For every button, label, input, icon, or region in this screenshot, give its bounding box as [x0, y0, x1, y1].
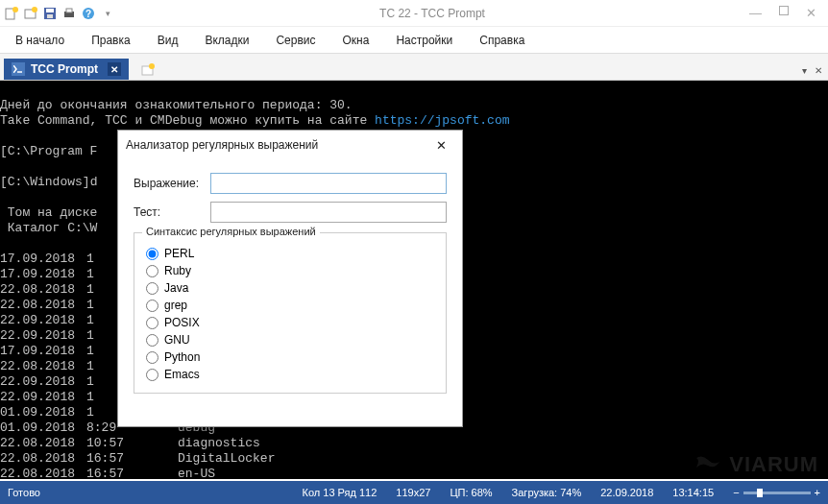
- window-title: TC 22 - TCC Prompt: [115, 7, 749, 20]
- syntax-radio[interactable]: [146, 334, 158, 347]
- syntax-option-emacs[interactable]: Emacs: [146, 368, 434, 381]
- zoom-out-icon[interactable]: −: [733, 487, 739, 498]
- terminal-line: Том на диске: [0, 205, 97, 220]
- terminal-typed: d: [90, 175, 98, 189]
- syntax-label: Ruby: [164, 264, 191, 277]
- status-date: 22.09.2018: [600, 487, 653, 498]
- watermark-text: VIARUM: [729, 452, 818, 477]
- syntax-radio[interactable]: [146, 248, 158, 260]
- menu-help[interactable]: Справка: [479, 34, 524, 47]
- syntax-option-perl[interactable]: PERL: [146, 247, 434, 260]
- tab-tcc-prompt[interactable]: TCC Prompt ✕: [4, 59, 129, 80]
- tab-close-button[interactable]: ✕: [108, 62, 121, 76]
- zoom-slider[interactable]: − +: [733, 487, 820, 498]
- syntax-option-java[interactable]: Java: [146, 281, 434, 295]
- new-window-icon[interactable]: [23, 6, 38, 21]
- svg-rect-6: [47, 14, 53, 18]
- syntax-label: POSIX: [164, 316, 200, 329]
- status-size: 119x27: [396, 487, 430, 498]
- syntax-label: PERL: [164, 247, 194, 260]
- syntax-option-ruby[interactable]: Ruby: [146, 264, 434, 277]
- expression-input[interactable]: [210, 173, 447, 194]
- terminal-url: https://jpsoft.com: [375, 113, 509, 128]
- syntax-label: GNU: [164, 333, 190, 347]
- syntax-radio[interactable]: [146, 351, 158, 364]
- status-load: Загрузка: 74%: [512, 487, 582, 498]
- prompt-icon: [12, 62, 25, 76]
- syntax-groupbox: Синтаксис регулярных выражений PERLRubyJ…: [134, 232, 447, 394]
- syntax-label: Java: [164, 281, 188, 295]
- tab-label: TCC Prompt: [31, 62, 98, 76]
- syntax-radio[interactable]: [146, 369, 158, 381]
- tab-dropdown-icon[interactable]: ▾: [802, 65, 807, 76]
- syntax-option-gnu[interactable]: GNU: [146, 333, 434, 347]
- new-file-icon[interactable]: [4, 6, 19, 21]
- menu-settings[interactable]: Настройки: [396, 34, 452, 47]
- terminal-prompt: [C:\Program F: [0, 144, 97, 158]
- help-icon[interactable]: ?: [81, 6, 96, 21]
- status-position: Кол 13 Ряд 112: [303, 487, 377, 498]
- statusbar: Готово Кол 13 Ряд 112 119x27 ЦП: 68% Заг…: [0, 481, 828, 504]
- syntax-option-posix[interactable]: POSIX: [146, 316, 434, 329]
- tab-strip: TCC Prompt ✕ ▾ ✕: [0, 54, 828, 81]
- test-label: Тест:: [134, 205, 210, 219]
- terminal-line: Дней до окончания ознакомительного перио…: [0, 98, 353, 112]
- qat-dropdown-icon[interactable]: ▾: [100, 6, 115, 21]
- save-icon[interactable]: [42, 6, 58, 21]
- syntax-label: grep: [164, 299, 187, 312]
- expression-label: Выражение:: [134, 177, 210, 190]
- svg-text:?: ?: [85, 9, 91, 19]
- menu-view[interactable]: Вид: [158, 34, 179, 47]
- file-row: 22.08.2018 10:57 diagnostics: [0, 436, 828, 451]
- status-time: 13:14:15: [672, 487, 714, 498]
- syntax-radio[interactable]: [146, 300, 158, 312]
- maximize-button[interactable]: [779, 6, 789, 15]
- window-controls: — ✕: [749, 6, 824, 20]
- menu-edit[interactable]: Правка: [91, 34, 131, 47]
- new-tab-button[interactable]: [140, 64, 156, 80]
- menu-windows[interactable]: Окна: [343, 34, 370, 47]
- menu-tabs[interactable]: Вкладки: [205, 34, 249, 47]
- close-button[interactable]: ✕: [806, 6, 816, 20]
- dialog-titlebar[interactable]: Анализатор регулярных выражений ✕: [118, 131, 462, 159]
- dialog-body: Выражение: Тест: Синтаксис регулярных вы…: [118, 159, 462, 399]
- syntax-label: Emacs: [164, 368, 200, 381]
- svg-rect-5: [46, 9, 54, 12]
- svg-point-1: [12, 7, 18, 12]
- status-cpu: ЦП: 68%: [450, 487, 492, 498]
- quick-access-toolbar: ? ▾: [4, 6, 115, 21]
- terminal-line: Take Command, TCC и CMDebug можно купить…: [0, 113, 375, 128]
- minimize-button[interactable]: —: [749, 6, 762, 20]
- groupbox-title: Синтаксис регулярных выражений: [142, 226, 320, 237]
- menu-home[interactable]: В начало: [15, 34, 64, 47]
- tab-strip-close-icon[interactable]: ✕: [815, 65, 822, 76]
- regex-analyzer-dialog: Анализатор регулярных выражений ✕ Выраже…: [117, 130, 463, 427]
- watermark: VIARUM: [693, 452, 818, 477]
- print-icon[interactable]: [61, 6, 77, 21]
- menu-service[interactable]: Сервис: [276, 34, 315, 47]
- svg-rect-8: [66, 9, 72, 12]
- titlebar: ? ▾ TC 22 - TCC Prompt — ✕: [0, 0, 828, 27]
- status-ready: Готово: [8, 487, 40, 498]
- terminal-prompt: [C:\Windows]: [0, 175, 90, 189]
- menubar: В начало Правка Вид Вкладки Сервис Окна …: [0, 27, 828, 54]
- zoom-in-icon[interactable]: +: [815, 487, 820, 498]
- syntax-label: Python: [164, 350, 200, 364]
- syntax-radio[interactable]: [146, 317, 158, 329]
- terminal-line: Каталог C:\W: [0, 221, 97, 235]
- test-input[interactable]: [210, 202, 447, 223]
- syntax-radio[interactable]: [146, 265, 158, 277]
- syntax-radio[interactable]: [146, 282, 158, 295]
- dialog-title: Анализатор регулярных выражений: [126, 138, 318, 152]
- syntax-option-grep[interactable]: grep: [146, 299, 434, 312]
- dialog-close-button[interactable]: ✕: [427, 134, 454, 156]
- svg-point-13: [149, 63, 155, 69]
- syntax-option-python[interactable]: Python: [146, 350, 434, 364]
- svg-point-3: [32, 7, 37, 12]
